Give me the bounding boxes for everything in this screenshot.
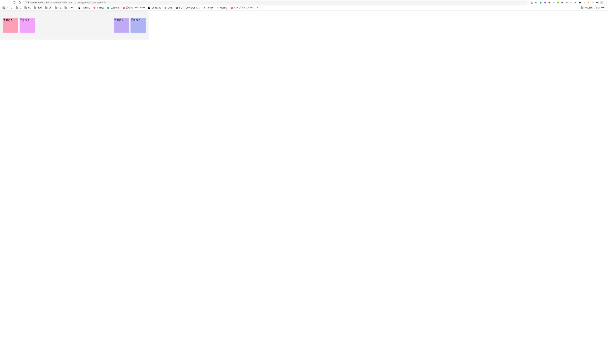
grey-v-icon[interactable]: V <box>582 1 586 4</box>
bookmark-folder[interactable]: 01 <box>23 6 32 10</box>
folder-icon <box>64 6 67 9</box>
cloud-ext-icon[interactable] <box>595 1 599 4</box>
site-info-icon[interactable] <box>25 1 27 4</box>
address-text: localhost:63342/htdocs/oniren2/index.htm… <box>28 1 106 4</box>
udemy-icon: u <box>217 6 219 9</box>
apps-label: アプリ <box>6 6 13 9</box>
bookmark-folder[interactable]: M <box>14 6 23 10</box>
folder-icon <box>581 6 584 9</box>
other-bookmarks-label: その他のブックマーク <box>585 6 607 9</box>
bookmarks-bar: アプリ M01素材VCFEツール HackMDPocketEvernoteW受信… <box>0 5 609 11</box>
off-ext-icon[interactable]: OFF <box>561 1 564 4</box>
apps-button[interactable]: アプリ <box>1 5 14 10</box>
dark-ext-icon[interactable] <box>578 1 582 4</box>
wunder-icon: W <box>122 6 125 9</box>
svg-text:OFF: OFF <box>562 2 563 3</box>
svg-rect-6 <box>557 2 559 3</box>
bookmark-item[interactable]: HackMD <box>77 6 91 10</box>
svg-text:W: W <box>123 7 124 8</box>
bookmark-item-label: Evernote <box>110 7 119 9</box>
browser-toolbar: localhost:63342/htdocs/oniren2/index.htm… <box>0 0 609 5</box>
bookmark-item[interactable]: Wウェブカツ - Wund… <box>229 5 256 10</box>
svg-text:C: C <box>149 7 149 8</box>
bookmark-item[interactable]: Qiita <box>163 6 174 10</box>
folder-icon <box>34 6 36 9</box>
address-bar[interactable]: localhost:63342/htdocs/oniren2/index.htm… <box>23 0 528 4</box>
svg-marker-3 <box>531 1 533 4</box>
bookmark-item[interactable]: Evernote <box>106 6 120 10</box>
folder-icon <box>55 6 58 9</box>
green-ext-icon[interactable] <box>556 1 560 4</box>
svg-point-4 <box>548 2 550 3</box>
svg-point-19 <box>606 2 607 3</box>
bookmarks-overflow[interactable]: » <box>257 6 259 9</box>
cube-ext-icon[interactable] <box>543 1 547 4</box>
folder-icon <box>16 6 18 9</box>
toolbar-right: VOFFV <box>530 1 599 4</box>
reload-button[interactable] <box>12 0 16 5</box>
folder-icon <box>24 6 27 9</box>
bookmark-item-label: Feedly <box>207 7 214 9</box>
svg-point-28 <box>164 7 166 9</box>
feedly-icon <box>203 6 206 9</box>
bookmark-item[interactable]: CCodeGrid <box>147 6 162 10</box>
svg-rect-22 <box>79 8 80 8</box>
star-icon[interactable] <box>530 1 534 4</box>
bookmark-folder[interactable]: ツール <box>63 5 76 10</box>
svg-rect-13 <box>593 2 593 3</box>
bookmark-folder[interactable]: VC <box>44 6 53 10</box>
browser-chrome: localhost:63342/htdocs/oniren2/index.htm… <box>0 0 609 11</box>
address-host: localhost <box>28 1 38 4</box>
barcode-ext-icon[interactable] <box>591 1 595 4</box>
bookmark-folder-label: FE <box>59 7 61 9</box>
evernote-icon <box>107 6 109 9</box>
bookmark-item-label: 受信箱 - Wunderlist <box>126 6 145 9</box>
child-box-1: 子要素１ <box>3 18 18 33</box>
child-box-3: 子要素３ <box>114 18 129 33</box>
bookmark-item[interactable]: W受信箱 - Wunderlist <box>121 5 146 10</box>
bookmark-item-label: FLAT ICON DESIG… <box>179 7 200 9</box>
bookmark-folder[interactable]: FE <box>54 6 63 10</box>
doc-icon <box>78 6 81 9</box>
evernote-ext-icon[interactable] <box>539 1 542 4</box>
svg-point-20 <box>606 3 607 3</box>
flex-gap <box>36 18 112 33</box>
bookmark-item-label: Pocket <box>97 7 104 9</box>
svg-rect-23 <box>79 8 80 8</box>
svg-text:V: V <box>553 2 554 3</box>
svg-text:W: W <box>231 7 232 8</box>
svg-point-17 <box>601 2 602 2</box>
panda-ext-icon[interactable] <box>548 1 551 4</box>
bookmark-folder-label: 01 <box>28 7 31 9</box>
pocket-ext-icon[interactable] <box>535 1 538 4</box>
profile-avatar[interactable] <box>600 1 604 4</box>
svg-rect-16 <box>594 2 594 3</box>
flex-container: 子要素１子要素２子要素３子要素４ <box>0 11 149 40</box>
flaticon-icon: F <box>175 6 178 9</box>
bookmark-folder[interactable]: 素材 <box>32 5 43 10</box>
bookmark-item[interactable]: Feedly <box>202 6 215 10</box>
forward-button[interactable] <box>7 0 11 5</box>
bookmark-item[interactable]: FFLAT ICON DESIG… <box>174 6 201 10</box>
bookmark-item[interactable]: Pocket <box>92 6 105 10</box>
back-button[interactable] <box>1 0 5 5</box>
svg-rect-10 <box>579 2 581 3</box>
browser-menu-button[interactable] <box>605 1 608 4</box>
home-button[interactable] <box>17 0 22 5</box>
pocket-icon <box>93 6 96 9</box>
bookmark-item[interactable]: uUdemy <box>215 6 228 10</box>
pencil-ext-icon[interactable] <box>574 1 577 4</box>
empty-ext-icon[interactable] <box>569 1 573 4</box>
bookmark-item-label: Qiita <box>168 7 173 9</box>
qiita-icon <box>164 6 167 9</box>
child-box-4: 子要素４ <box>131 18 146 33</box>
drive-ext-icon[interactable] <box>587 1 590 4</box>
page-viewport: 子要素１子要素２子要素３子要素４ <box>0 11 609 40</box>
apps-grid-icon <box>2 7 5 9</box>
bookmark-item-label: ウェブカツ - Wund… <box>234 6 255 9</box>
svg-text:F: F <box>176 7 177 8</box>
bookmark-folder-label: ツール <box>68 6 75 9</box>
grey-circle-icon[interactable] <box>565 1 568 4</box>
other-bookmarks[interactable]: その他のブックマーク <box>580 5 608 10</box>
y-ext-icon[interactable]: V <box>552 1 555 4</box>
